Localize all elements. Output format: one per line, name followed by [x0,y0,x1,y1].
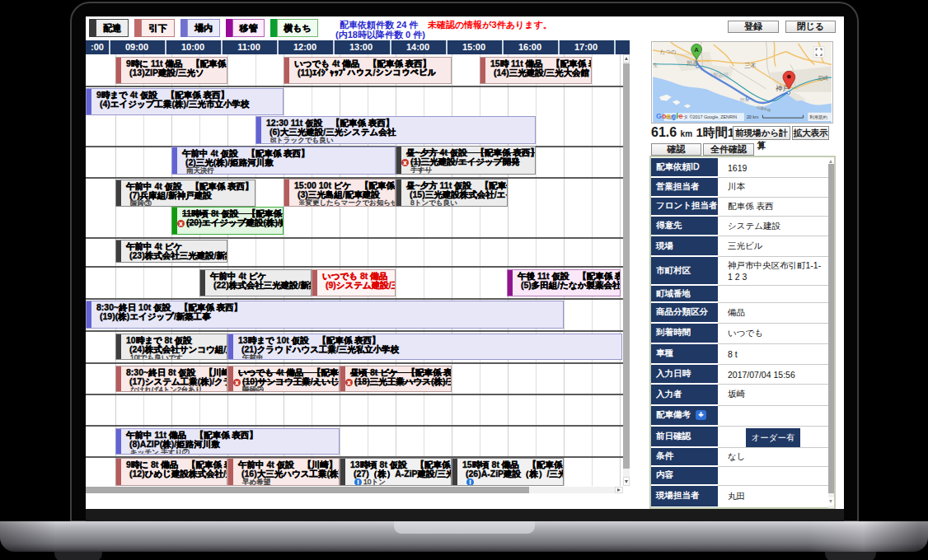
svg-text:A: A [694,46,699,54]
svg-text:たつの: たつの [660,49,677,55]
svg-text:尼崎: 尼崎 [818,75,828,81]
svg-text:e: e [679,112,683,120]
svg-text:20 km: 20 km [747,114,759,119]
svg-text:姫路: 姫路 [687,59,699,67]
svg-text:生: 生 [653,63,658,68]
svg-text:利用規約: 利用規約 [809,114,827,120]
svg-text:三木: 三木 [744,62,757,69]
svg-text:加古川: 加古川 [713,72,729,78]
svg-text:g: g [672,112,676,120]
svg-text:明石: 明石 [740,97,749,103]
